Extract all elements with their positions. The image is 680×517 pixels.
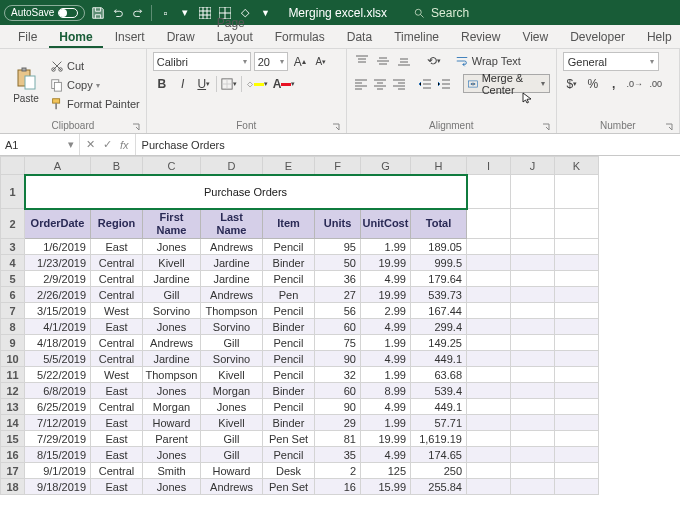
cell[interactable]: 4.99 — [361, 399, 411, 415]
tab-view[interactable]: View — [512, 26, 558, 48]
col-header[interactable]: G — [361, 157, 411, 175]
table-header-cell[interactable]: FirstName — [143, 209, 201, 239]
number-format-select[interactable]: General▾ — [563, 52, 659, 71]
table-header-cell[interactable]: Item — [263, 209, 315, 239]
cell[interactable] — [511, 431, 555, 447]
cell[interactable] — [511, 479, 555, 495]
cell[interactable] — [467, 431, 511, 447]
cell[interactable]: Central — [91, 287, 143, 303]
cell[interactable]: East — [91, 239, 143, 255]
cell[interactable]: Howard — [143, 415, 201, 431]
cell[interactable]: West — [91, 367, 143, 383]
cell[interactable]: 2/26/2019 — [25, 287, 91, 303]
cell[interactable] — [511, 239, 555, 255]
cell[interactable]: 19.99 — [361, 431, 411, 447]
cell[interactable]: Sorvino — [143, 303, 201, 319]
cell[interactable] — [467, 303, 511, 319]
cell[interactable] — [555, 367, 599, 383]
cell[interactable] — [467, 287, 511, 303]
tab-draw[interactable]: Draw — [157, 26, 205, 48]
cell[interactable]: 32 — [315, 367, 361, 383]
cell[interactable]: Binder — [263, 255, 315, 271]
cell[interactable]: Smith — [143, 463, 201, 479]
col-header[interactable]: D — [201, 157, 263, 175]
cell[interactable]: 19.99 — [361, 255, 411, 271]
cell[interactable] — [467, 415, 511, 431]
cell[interactable] — [511, 463, 555, 479]
cell[interactable]: 19.99 — [361, 287, 411, 303]
cell[interactable]: 9/18/2019 — [25, 479, 91, 495]
cell[interactable]: Morgan — [143, 399, 201, 415]
cell[interactable]: Jardine — [143, 271, 201, 287]
cell[interactable]: Parent — [143, 431, 201, 447]
cell[interactable]: 449.1 — [411, 351, 467, 367]
cell[interactable] — [555, 255, 599, 271]
cell[interactable]: 189.05 — [411, 239, 467, 255]
cell[interactable]: 4.99 — [361, 351, 411, 367]
row-header[interactable]: 12 — [1, 383, 25, 399]
cell[interactable]: Jones — [143, 447, 201, 463]
spreadsheet-grid[interactable]: ABCDEFGHIJK1Purchase Orders2OrderDateReg… — [0, 156, 680, 515]
cell[interactable]: 2.99 — [361, 303, 411, 319]
col-header[interactable]: I — [467, 157, 511, 175]
font-color-button[interactable]: A▾ — [272, 75, 296, 93]
cell[interactable]: Pen Set — [263, 431, 315, 447]
cell[interactable]: Pencil — [263, 303, 315, 319]
table-header-cell[interactable]: Units — [315, 209, 361, 239]
cell[interactable]: Jones — [143, 383, 201, 399]
cell[interactable]: Binder — [263, 415, 315, 431]
row-header[interactable]: 11 — [1, 367, 25, 383]
redo-icon[interactable] — [131, 6, 145, 20]
cell[interactable] — [511, 335, 555, 351]
cell[interactable]: East — [91, 383, 143, 399]
cell[interactable]: Central — [91, 271, 143, 287]
cell[interactable] — [511, 415, 555, 431]
row-header[interactable]: 15 — [1, 431, 25, 447]
cell[interactable]: 16 — [315, 479, 361, 495]
cell[interactable] — [467, 479, 511, 495]
cell[interactable]: 8/15/2019 — [25, 447, 91, 463]
cell[interactable] — [467, 383, 511, 399]
row-header[interactable]: 16 — [1, 447, 25, 463]
currency-button[interactable]: $▾ — [563, 75, 581, 93]
cell[interactable] — [511, 351, 555, 367]
cell[interactable]: 27 — [315, 287, 361, 303]
cell[interactable]: 1,619.19 — [411, 431, 467, 447]
cell[interactable] — [511, 367, 555, 383]
cell[interactable] — [555, 271, 599, 287]
comma-button[interactable]: , — [605, 75, 623, 93]
tab-review[interactable]: Review — [451, 26, 510, 48]
cell[interactable] — [555, 479, 599, 495]
cell[interactable]: Andrews — [201, 287, 263, 303]
align-bottom-icon[interactable] — [395, 52, 413, 70]
cell[interactable]: Pen Set — [263, 479, 315, 495]
cell[interactable] — [511, 399, 555, 415]
font-size-select[interactable]: 20▾ — [254, 52, 288, 71]
cell[interactable]: 5/5/2019 — [25, 351, 91, 367]
orientation-icon[interactable]: ⟲▾ — [425, 52, 443, 70]
cell[interactable]: 90 — [315, 399, 361, 415]
cell[interactable]: 4.99 — [361, 447, 411, 463]
cell[interactable] — [511, 303, 555, 319]
cell[interactable]: 75 — [315, 335, 361, 351]
row-header[interactable]: 18 — [1, 479, 25, 495]
row-header[interactable]: 14 — [1, 415, 25, 431]
cell[interactable]: Central — [91, 399, 143, 415]
decrease-font-icon[interactable]: A▾ — [312, 53, 330, 71]
cell[interactable]: 95 — [315, 239, 361, 255]
align-left-icon[interactable] — [353, 75, 369, 93]
cell[interactable] — [467, 239, 511, 255]
cell[interactable] — [555, 447, 599, 463]
dialog-launcher-icon[interactable] — [542, 123, 550, 131]
enter-icon[interactable]: ✓ — [103, 138, 112, 151]
cell[interactable]: 4/1/2019 — [25, 319, 91, 335]
tab-help[interactable]: Help — [637, 26, 680, 48]
cell[interactable]: Jones — [143, 239, 201, 255]
underline-button[interactable]: U▾ — [195, 75, 213, 93]
save-icon[interactable] — [91, 6, 105, 20]
cell[interactable]: Kivell — [201, 415, 263, 431]
cell[interactable]: 8.99 — [361, 383, 411, 399]
cell[interactable] — [511, 255, 555, 271]
autosave-toggle[interactable]: AutoSave Off — [4, 5, 85, 21]
tab-page-layout[interactable]: Page Layout — [207, 12, 263, 48]
